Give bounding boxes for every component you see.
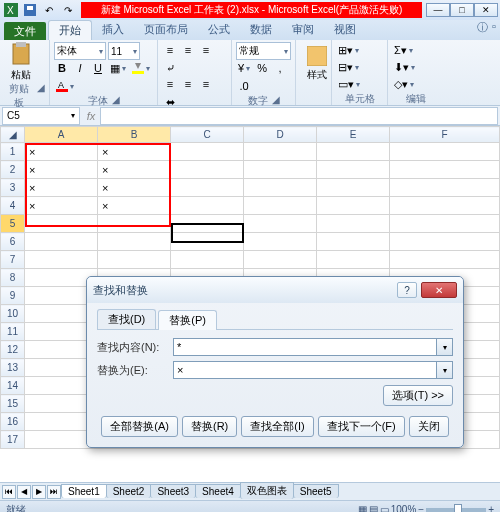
find-input[interactable]: * bbox=[173, 338, 437, 356]
find-next-button[interactable]: 查找下一个(F) bbox=[318, 416, 405, 437]
find-history-dropdown[interactable]: ▾ bbox=[437, 338, 453, 356]
italic-button[interactable]: I bbox=[72, 60, 88, 76]
redo-icon[interactable]: ↷ bbox=[59, 2, 77, 18]
cell[interactable] bbox=[317, 179, 390, 197]
cell[interactable]: × bbox=[98, 179, 171, 197]
row-header[interactable]: 17 bbox=[1, 431, 25, 449]
cell[interactable] bbox=[390, 233, 500, 251]
underline-button[interactable]: U bbox=[90, 60, 106, 76]
cell[interactable] bbox=[244, 215, 317, 233]
close-button[interactable]: ✕ bbox=[474, 3, 498, 17]
dialog-help-button[interactable]: ? bbox=[397, 282, 417, 298]
font-name-select[interactable]: 宋体 bbox=[54, 42, 106, 60]
row-header[interactable]: 4 bbox=[1, 197, 25, 215]
view-normal-icon[interactable]: ▦ bbox=[358, 504, 367, 512]
replace-input[interactable]: × bbox=[173, 361, 437, 379]
name-box[interactable]: C5▾ bbox=[2, 107, 80, 125]
tab-view[interactable]: 视图 bbox=[324, 20, 366, 40]
find-all-button[interactable]: 查找全部(I) bbox=[241, 416, 313, 437]
paste-button[interactable]: 粘贴 bbox=[4, 42, 38, 82]
help-icon[interactable]: ⓘ bbox=[477, 20, 488, 40]
dec-inc-icon[interactable]: .0 bbox=[236, 78, 252, 94]
cell[interactable]: × bbox=[98, 161, 171, 179]
col-header[interactable]: E bbox=[317, 127, 390, 143]
cell[interactable] bbox=[244, 251, 317, 269]
dialog-titlebar[interactable]: 查找和替换 ? ✕ bbox=[87, 277, 463, 303]
row-header[interactable]: 11 bbox=[1, 323, 25, 341]
fill-button[interactable]: ⬇▾ bbox=[392, 59, 417, 75]
zoom-in-button[interactable]: + bbox=[488, 504, 494, 512]
col-header[interactable]: F bbox=[390, 127, 500, 143]
border-button[interactable]: ▦ bbox=[108, 60, 128, 76]
cell[interactable] bbox=[25, 251, 98, 269]
align-center-icon[interactable]: ≡ bbox=[180, 76, 196, 92]
currency-icon[interactable]: ¥ bbox=[236, 60, 252, 76]
cell[interactable] bbox=[390, 197, 500, 215]
cell[interactable] bbox=[171, 197, 244, 215]
number-format-select[interactable]: 常规 bbox=[236, 42, 291, 60]
cell[interactable] bbox=[98, 233, 171, 251]
fill-color-button[interactable] bbox=[130, 60, 152, 76]
cell[interactable] bbox=[317, 215, 390, 233]
font-size-select[interactable]: 11 bbox=[108, 42, 140, 60]
row-header[interactable]: 2 bbox=[1, 161, 25, 179]
maximize-button[interactable]: □ bbox=[450, 3, 474, 17]
options-button[interactable]: 选项(T) >> bbox=[383, 385, 453, 406]
align-bot-icon[interactable]: ≡ bbox=[198, 42, 214, 58]
sheet-tab[interactable]: Sheet3 bbox=[150, 484, 196, 498]
cell[interactable]: × bbox=[25, 143, 98, 161]
format-cells-button[interactable]: ▭▾ bbox=[336, 76, 362, 92]
cell[interactable] bbox=[98, 215, 171, 233]
align-mid-icon[interactable]: ≡ bbox=[180, 42, 196, 58]
cell[interactable] bbox=[244, 143, 317, 161]
cell[interactable] bbox=[244, 197, 317, 215]
align-left-icon[interactable]: ≡ bbox=[162, 76, 178, 92]
sheet-nav-first[interactable]: ⏮ bbox=[2, 485, 16, 499]
cell[interactable] bbox=[244, 233, 317, 251]
autosum-button[interactable]: Σ▾ bbox=[392, 42, 415, 58]
formula-input[interactable] bbox=[100, 107, 498, 125]
cell[interactable]: × bbox=[25, 197, 98, 215]
align-right-icon[interactable]: ≡ bbox=[198, 76, 214, 92]
row-header[interactable]: 5 bbox=[1, 215, 25, 233]
comma-icon[interactable]: , bbox=[272, 60, 288, 76]
row-header[interactable]: 13 bbox=[1, 359, 25, 377]
cell[interactable] bbox=[390, 251, 500, 269]
sheet-tab[interactable]: Sheet2 bbox=[106, 484, 152, 498]
cell[interactable] bbox=[171, 215, 244, 233]
cell[interactable] bbox=[98, 251, 171, 269]
row-header[interactable]: 16 bbox=[1, 413, 25, 431]
cell[interactable]: × bbox=[25, 161, 98, 179]
cell[interactable] bbox=[171, 143, 244, 161]
save-icon[interactable] bbox=[21, 2, 39, 18]
row-header[interactable]: 15 bbox=[1, 395, 25, 413]
sheet-nav-last[interactable]: ⏭ bbox=[47, 485, 61, 499]
tab-pagelayout[interactable]: 页面布局 bbox=[134, 20, 198, 40]
cell[interactable] bbox=[390, 215, 500, 233]
cell[interactable] bbox=[390, 179, 500, 197]
align-top-icon[interactable]: ≡ bbox=[162, 42, 178, 58]
sheet-tab[interactable]: Sheet4 bbox=[195, 484, 241, 498]
font-color-button[interactable]: A bbox=[54, 78, 76, 94]
cell[interactable]: × bbox=[25, 179, 98, 197]
zoom-level[interactable]: 100% bbox=[391, 504, 417, 512]
cell[interactable] bbox=[244, 179, 317, 197]
sheet-tab[interactable]: Sheet1 bbox=[61, 484, 107, 498]
col-header[interactable]: A bbox=[25, 127, 98, 143]
row-header[interactable]: 12 bbox=[1, 341, 25, 359]
cell[interactable] bbox=[171, 251, 244, 269]
insert-cells-button[interactable]: ⊞▾ bbox=[336, 42, 361, 58]
replace-all-button[interactable]: 全部替换(A) bbox=[101, 416, 178, 437]
row-header[interactable]: 7 bbox=[1, 251, 25, 269]
dialog-tab-find[interactable]: 查找(D) bbox=[97, 309, 156, 329]
row-header[interactable]: 14 bbox=[1, 377, 25, 395]
percent-icon[interactable]: % bbox=[254, 60, 270, 76]
cell[interactable] bbox=[390, 143, 500, 161]
cell[interactable] bbox=[171, 161, 244, 179]
wrap-icon[interactable]: ⤶ bbox=[162, 60, 178, 76]
undo-icon[interactable]: ↶ bbox=[40, 2, 58, 18]
col-header[interactable]: C bbox=[171, 127, 244, 143]
bold-button[interactable]: B bbox=[54, 60, 70, 76]
sheet-tab[interactable]: 双色图表 bbox=[240, 482, 294, 499]
col-header[interactable]: B bbox=[98, 127, 171, 143]
